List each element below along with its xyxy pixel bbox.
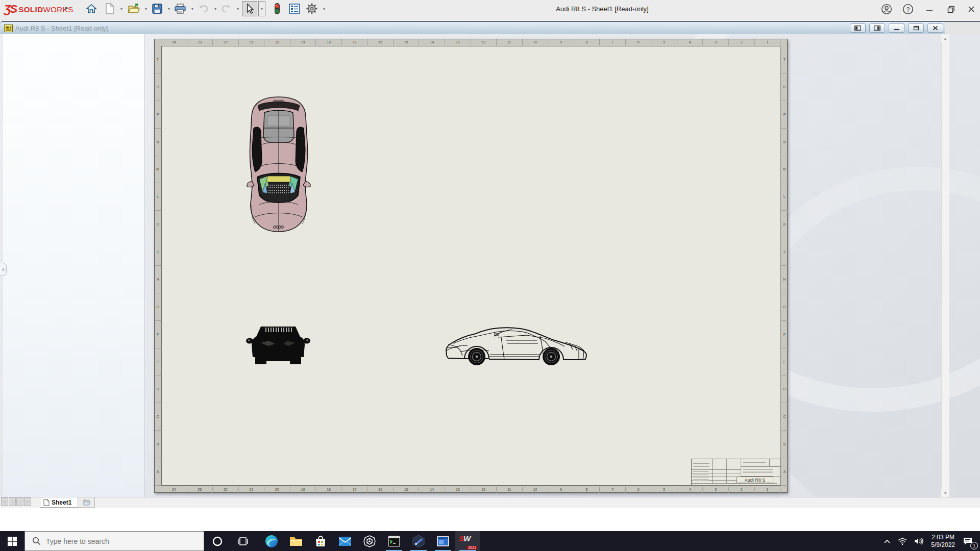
left-pane-toggle-button[interactable] xyxy=(850,23,866,33)
drawing-view-front[interactable] xyxy=(246,323,311,367)
taskbar-app-file-explorer[interactable] xyxy=(284,531,308,551)
open-button[interactable] xyxy=(126,1,141,16)
select-tool-button[interactable] xyxy=(242,1,257,16)
home-button[interactable] xyxy=(84,1,99,16)
panel-collapse-handle[interactable] xyxy=(0,263,7,276)
options-button[interactable] xyxy=(304,1,320,16)
sheet-nav-button[interactable]: « xyxy=(1,497,8,506)
zone-numbers-bottom: 242322212019181716151413121110987654321 xyxy=(161,487,780,493)
taskbar-app-command-prompt[interactable] xyxy=(382,531,406,551)
doc-restore-icon xyxy=(913,26,919,31)
file-properties-button[interactable] xyxy=(287,1,302,16)
close-button[interactable] xyxy=(964,2,979,16)
doc-restore-button[interactable] xyxy=(908,23,924,33)
cortana-button[interactable] xyxy=(204,531,231,551)
clock-date: 5/9/2022 xyxy=(931,541,955,549)
docbar-filler xyxy=(945,21,980,34)
select-cursor-icon xyxy=(244,3,255,14)
drawing-sheet[interactable]: 242322212019181716151413121110987654321 … xyxy=(154,39,788,493)
featuremanager-panel xyxy=(3,34,144,497)
solidworks-logo-mark: ƷS xyxy=(4,3,16,16)
taskbar-app-solidworks[interactable]: SW 2021 xyxy=(455,531,480,551)
file-properties-icon xyxy=(288,3,301,14)
minimize-icon xyxy=(926,6,933,13)
wifi-icon xyxy=(898,538,907,545)
start-button[interactable] xyxy=(0,531,24,551)
taskbar-app-store[interactable] xyxy=(308,531,333,551)
edrawings-icon xyxy=(412,535,425,548)
solidworks-task-icon: SW 2021 xyxy=(459,534,476,548)
print-dropdown[interactable]: ▾ xyxy=(189,1,196,16)
scroll-down-button[interactable]: ▼ xyxy=(941,489,949,497)
zone-numbers-top: 242322212019181716151413121110987654321 xyxy=(161,39,780,45)
tray-wifi-button[interactable] xyxy=(894,531,911,551)
new-document-button[interactable] xyxy=(102,1,117,16)
title-block: Audi R8 S xyxy=(691,459,781,486)
open-dropdown[interactable]: ▾ xyxy=(142,1,150,16)
task-view-button[interactable] xyxy=(231,531,255,551)
print-button[interactable] xyxy=(173,1,188,16)
undo-dropdown[interactable]: ▾ xyxy=(212,1,219,16)
svg-text:?: ? xyxy=(906,6,910,13)
help-icon: ? xyxy=(902,4,914,15)
menu-flyout-arrow-icon[interactable]: ▸ xyxy=(65,4,68,11)
doc-minimize-icon xyxy=(894,26,900,31)
tray-volume-button[interactable] xyxy=(911,531,927,551)
sheet-nav-button[interactable]: » xyxy=(24,497,31,506)
restore-button[interactable] xyxy=(943,2,959,16)
doc-close-icon xyxy=(933,26,938,31)
save-dropdown[interactable]: ▾ xyxy=(165,1,173,16)
home-icon xyxy=(86,3,97,14)
command-prompt-icon xyxy=(388,536,400,547)
undo-button[interactable] xyxy=(196,1,211,16)
zone-letters-right: TRPNMLKJHGFEDCBA xyxy=(781,46,788,486)
tab-sheet1[interactable]: Sheet1 xyxy=(40,497,78,508)
graphics-area[interactable]: 242322212019181716151413121110987654321 … xyxy=(0,34,980,497)
file-explorer-icon xyxy=(289,536,303,547)
chevron-up-icon xyxy=(884,539,891,544)
doc-minimize-button[interactable] xyxy=(889,23,904,33)
options-dropdown[interactable]: ▾ xyxy=(321,1,328,16)
taskbar-app-mail[interactable] xyxy=(333,531,357,551)
notification-center-button[interactable]: 1 xyxy=(959,531,980,551)
tray-clock[interactable]: 2:03 PM 5/9/2022 xyxy=(927,534,959,549)
sheet-nav-buttons: «‹›» xyxy=(1,497,31,506)
document-title: Audi R8 S - Sheet1 [Read-only] xyxy=(15,24,108,32)
new-document-icon xyxy=(105,3,115,14)
sheet-nav-button[interactable]: › xyxy=(16,497,23,506)
search-input[interactable] xyxy=(46,537,179,545)
taskbar-app-edge[interactable] xyxy=(259,531,284,551)
taskbar-search[interactable] xyxy=(24,531,204,551)
scroll-up-button[interactable]: ▲ xyxy=(941,34,949,42)
account-button[interactable] xyxy=(879,2,894,16)
taskbar-app-3d-viewer[interactable] xyxy=(357,531,382,551)
new-document-dropdown[interactable]: ▾ xyxy=(118,1,125,16)
display-states-button[interactable] xyxy=(270,1,285,16)
document-titlebar: Audi R8 S - Sheet1 [Read-only] xyxy=(0,21,945,34)
taskbar-app-remote-window[interactable] xyxy=(431,531,455,551)
screen: ƷS SOLID WORKS ▸ ▾ ▾ ▾ ▾ ▾ ▾ xyxy=(0,0,980,551)
drawing-view-top[interactable] xyxy=(245,95,312,233)
save-button[interactable] xyxy=(150,1,165,16)
sheet-paper[interactable]: Audi R8 S xyxy=(161,46,780,486)
doc-close-button[interactable] xyxy=(927,23,943,33)
remote-window-icon xyxy=(436,536,450,547)
add-sheet-button[interactable] xyxy=(78,497,95,508)
help-button[interactable]: ? xyxy=(900,2,916,16)
drawing-view-side[interactable] xyxy=(445,325,588,367)
save-icon xyxy=(152,3,163,14)
traffic-light-icon xyxy=(274,3,280,15)
right-pane-toggle-button[interactable] xyxy=(869,23,885,33)
tray-chevron-button[interactable] xyxy=(880,531,894,551)
clock-time: 2:03 PM xyxy=(931,534,955,541)
select-tool-dropdown[interactable]: ▾ xyxy=(258,1,265,16)
gear-icon xyxy=(306,3,318,15)
redo-dropdown[interactable]: ▾ xyxy=(234,1,241,16)
redo-button[interactable] xyxy=(218,1,234,16)
vertical-scrollbar[interactable] xyxy=(941,34,949,497)
minimize-button[interactable] xyxy=(922,2,937,16)
status-bar xyxy=(0,508,980,531)
taskbar-app-edrawings[interactable] xyxy=(406,531,431,551)
sheet-nav-button[interactable]: ‹ xyxy=(9,497,16,506)
print-icon xyxy=(174,3,186,14)
